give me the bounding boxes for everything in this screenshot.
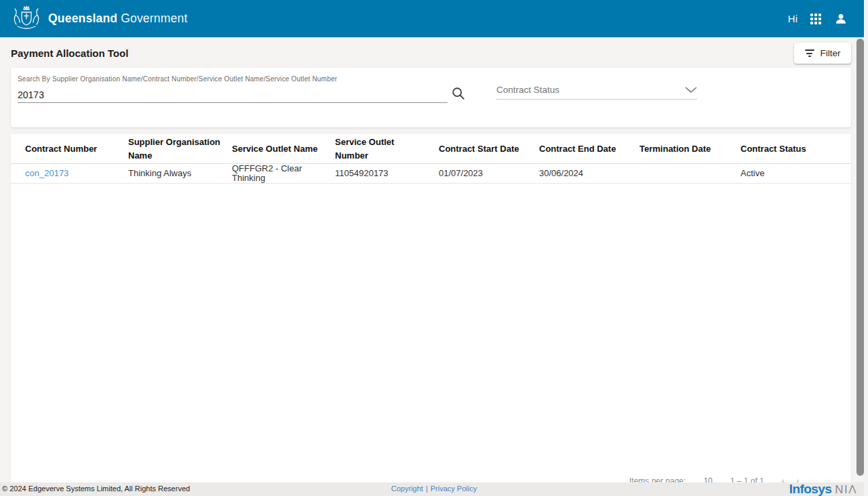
cell-contract-start-date: 01/07/2023 <box>439 169 539 178</box>
scrollbar-track <box>864 0 868 496</box>
queensland-government-logo[interactable]: QueenslandGovernment <box>11 4 187 34</box>
search-icon[interactable] <box>450 86 467 102</box>
results-table: Contract Number Supplier Organisation Na… <box>11 134 851 482</box>
items-per-page-select[interactable]: 10 <box>703 476 712 482</box>
infosys-wordmark: Infosys <box>789 482 831 496</box>
prev-page-icon[interactable]: ‹ <box>782 476 785 482</box>
col-header-service-outlet-number: Service Outlet Number <box>335 136 439 163</box>
table-row: con_20173 Thinking Always QFFFGR2 - Clea… <box>11 164 851 184</box>
contract-status-label: Contract Status <box>496 85 559 95</box>
col-header-contract-status: Contract Status <box>741 142 851 156</box>
greeting-text: Hi <box>788 13 797 24</box>
filter-button-label: Filter <box>821 48 841 58</box>
table-header-row: Contract Number Supplier Organisation Na… <box>11 134 851 164</box>
filter-button[interactable]: Filter <box>794 43 851 64</box>
scrollbar-thumb[interactable] <box>856 39 864 476</box>
privacy-policy-link[interactable]: Privacy Policy <box>431 484 477 493</box>
search-input[interactable] <box>18 87 448 103</box>
items-per-page-label: Items per page: <box>629 476 686 482</box>
infosys-nia-logo: Infosys NIΛ <box>789 482 857 496</box>
col-header-service-outlet-name: Service Outlet Name <box>232 142 335 156</box>
user-icon[interactable] <box>834 12 848 26</box>
col-header-contract-end-date: Contract End Date <box>539 142 639 156</box>
cell-service-outlet-number: 11054920173 <box>335 169 439 178</box>
footer-link-separator: | <box>426 484 428 493</box>
cell-supplier-organisation-name: Thinking Always <box>128 169 232 178</box>
app-header: QueenslandGovernment Hi <box>0 0 868 37</box>
cell-contract-number-link[interactable]: con_20173 <box>25 169 128 178</box>
cell-contract-end-date: 30/06/2024 <box>539 169 639 178</box>
brand-bold: Queensland <box>48 12 117 25</box>
contract-status-select[interactable]: Contract Status <box>496 80 697 100</box>
col-header-termination-date: Termination Date <box>639 142 741 156</box>
cell-service-outlet-name: QFFFGR2 - Clear Thinking <box>232 164 335 183</box>
col-header-contract-start-date: Contract Start Date <box>439 142 539 156</box>
nia-wordmark: NIΛ <box>835 483 857 496</box>
brand-text: QueenslandGovernment <box>48 12 187 26</box>
paginator-range-label: 1 – 1 of 1 <box>730 476 764 482</box>
cell-contract-status: Active <box>741 169 851 178</box>
col-header-contract-number: Contract Number <box>25 142 128 156</box>
app-footer: © 2024 Edgeverve Systems Limited, All Ri… <box>0 482 868 496</box>
chevron-down-icon <box>685 85 697 95</box>
coat-of-arms-icon <box>11 4 42 34</box>
search-card: Search By Supplier Organisation Name/Con… <box>11 68 851 127</box>
brand-regular: Government <box>121 12 187 25</box>
page: QueenslandGovernment Hi Payment Allocati… <box>0 0 868 496</box>
page-title: Payment Allocation Tool <box>11 47 128 59</box>
footer-links: Copyright|Privacy Policy <box>0 484 868 493</box>
header-actions: Hi <box>788 12 848 26</box>
col-header-supplier-organisation-name: Supplier Organisation Name <box>128 136 232 163</box>
search-label: Search By Supplier Organisation Name/Con… <box>18 75 337 83</box>
apps-grid-icon[interactable] <box>810 14 821 24</box>
filter-icon <box>805 49 814 57</box>
copyright-link[interactable]: Copyright <box>391 484 423 493</box>
